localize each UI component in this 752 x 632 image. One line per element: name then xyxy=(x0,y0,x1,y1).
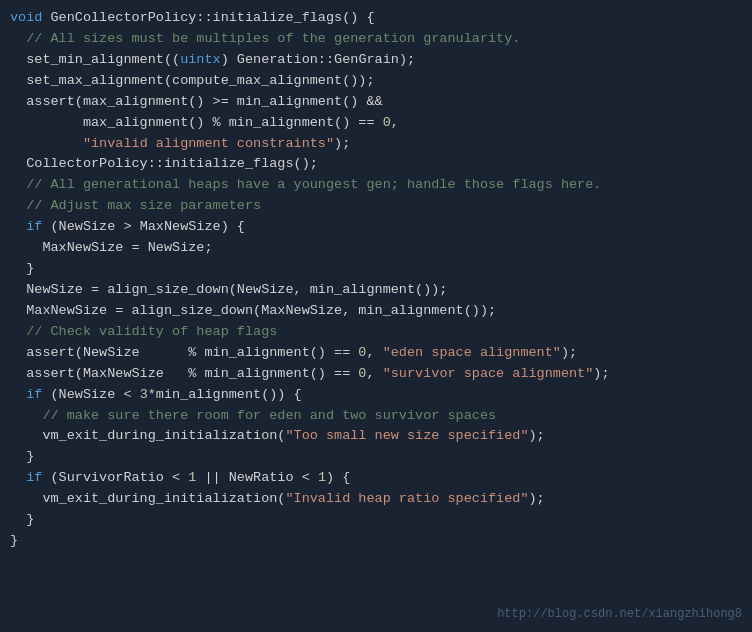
code-editor: void GenCollectorPolicy::initialize_flag… xyxy=(0,0,752,632)
code-line-26: vm_exit_during_initialization("Too small… xyxy=(10,426,742,447)
code-line-25: // make sure there room for eden and two… xyxy=(10,406,742,427)
code-line-31: } xyxy=(10,531,742,552)
code-line-3: set_min_alignment((uintx) Generation::Ge… xyxy=(10,50,742,71)
code-line-6: max_alignment() % min_alignment() == 0, xyxy=(10,113,742,134)
code-line-18: MaxNewSize = align_size_down(MaxNewSize,… xyxy=(10,301,742,322)
code-line-24: if (NewSize < 3*min_alignment()) { xyxy=(10,385,742,406)
code-line-29: vm_exit_during_initialization("Invalid h… xyxy=(10,489,742,510)
code-line-17: NewSize = align_size_down(NewSize, min_a… xyxy=(10,280,742,301)
code-line-2: // All sizes must be multiples of the ge… xyxy=(10,29,742,50)
code-line-16: } xyxy=(10,259,742,280)
code-line-13: // Adjust max size parameters xyxy=(10,196,742,217)
code-line-1: void GenCollectorPolicy::initialize_flag… xyxy=(10,8,742,29)
code-line-20: // Check validity of heap flags xyxy=(10,322,742,343)
code-line-4: set_max_alignment(compute_max_alignment(… xyxy=(10,71,742,92)
code-line-5: assert(max_alignment() >= min_alignment(… xyxy=(10,92,742,113)
code-line-22: assert(MaxNewSize % min_alignment() == 0… xyxy=(10,364,742,385)
code-line-28: if (SurvivorRatio < 1 || NewRatio < 1) { xyxy=(10,468,742,489)
code-line-9: CollectorPolicy::initialize_flags(); xyxy=(10,154,742,175)
code-line-21: assert(NewSize % min_alignment() == 0, "… xyxy=(10,343,742,364)
code-line-11: // All generational heaps have a younges… xyxy=(10,175,742,196)
code-line-27: } xyxy=(10,447,742,468)
code-line-15: MaxNewSize = NewSize; xyxy=(10,238,742,259)
watermark-text: http://blog.csdn.net/xiangzhihong8 xyxy=(497,605,742,624)
code-line-14: if (NewSize > MaxNewSize) { xyxy=(10,217,742,238)
code-line-30: } xyxy=(10,510,742,531)
code-line-7: "invalid alignment constraints"); xyxy=(10,134,742,155)
